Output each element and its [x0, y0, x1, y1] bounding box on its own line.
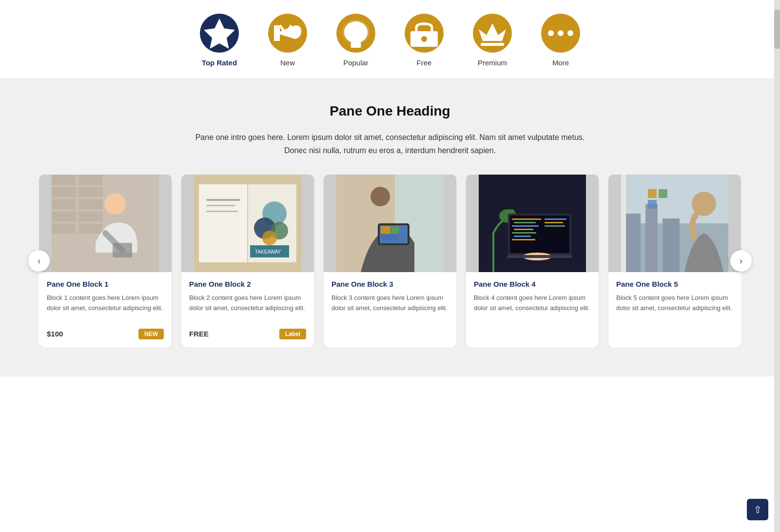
content-area: Pane One Heading Pane one intro goes her…: [0, 79, 780, 376]
svg-rect-18: [52, 211, 76, 222]
svg-point-7: [558, 30, 564, 36]
svg-rect-19: [78, 211, 103, 222]
popular-icon: [336, 14, 375, 53]
more-icon: [541, 14, 580, 53]
card-block-3[interactable]: Pane One Block 3Block 3 content goes her…: [324, 175, 456, 347]
nav-tab-more-label: More: [552, 59, 569, 67]
svg-marker-0: [204, 19, 235, 49]
svg-rect-54: [512, 232, 536, 234]
scrollbar[interactable]: [774, 0, 780, 376]
svg-rect-16: [52, 199, 76, 210]
card-block-2[interactable]: TAKEAWAY Pane One Block 2Block 2 content…: [181, 175, 314, 347]
card-title-block-2: Pane One Block 2: [189, 280, 306, 288]
svg-rect-21: [78, 223, 103, 234]
top-rated-icon: [200, 14, 239, 53]
card-block-1[interactable]: Pane One Block 1Block 1 content goes her…: [39, 175, 172, 347]
svg-point-8: [567, 30, 573, 36]
svg-rect-68: [621, 175, 626, 272]
svg-rect-32: [206, 199, 240, 201]
svg-rect-57: [545, 218, 566, 220]
svg-rect-14: [52, 187, 76, 197]
svg-rect-15: [78, 187, 103, 197]
svg-rect-43: [381, 226, 390, 234]
svg-rect-65: [626, 214, 641, 272]
nav-tab-top-rated-label: Top Rated: [202, 59, 237, 67]
svg-point-31: [262, 231, 277, 245]
card-footer-block-2: FREELabel: [181, 323, 314, 347]
svg-text:TAKEAWAY: TAKEAWAY: [255, 249, 281, 255]
card-image-block-3: [324, 175, 456, 272]
card-title-block-4: Pane One Block 4: [474, 280, 591, 288]
svg-rect-17: [78, 199, 103, 210]
nav-tab-free[interactable]: Free: [405, 14, 444, 67]
card-image-block-2: TAKEAWAY: [181, 175, 314, 272]
card-text-block-3: Block 3 content goes here Lorem ipsum do…: [332, 293, 448, 337]
card-image-block-1: [39, 175, 172, 272]
card-price-block-2: FREE: [189, 330, 209, 338]
card-text-block-1: Block 1 content goes here Lorem ipsum do…: [47, 293, 164, 313]
svg-rect-58: [545, 222, 563, 223]
svg-rect-23: [113, 243, 132, 257]
svg-rect-70: [648, 189, 657, 198]
card-block-4[interactable]: Pane One Block 4Block 4 content goes her…: [466, 175, 599, 347]
svg-rect-25: [199, 184, 248, 262]
card-title-block-5: Pane One Block 5: [616, 280, 733, 288]
svg-rect-12: [52, 175, 76, 185]
carousel: ‹ Pane One Block 1Block 1 content goes h…: [39, 175, 741, 347]
svg-point-22: [104, 193, 126, 215]
svg-rect-61: [507, 255, 572, 258]
svg-point-6: [548, 30, 554, 36]
nav-tab-popular[interactable]: Popular: [336, 14, 375, 67]
svg-rect-71: [659, 189, 667, 198]
carousel-left-arrow[interactable]: ‹: [28, 250, 50, 272]
card-footer-block-1: $100NEW: [39, 323, 172, 347]
svg-rect-59: [545, 225, 565, 227]
nav-tab-new-label: New: [280, 59, 295, 67]
svg-rect-2: [351, 46, 361, 48]
svg-rect-49: [510, 216, 569, 253]
nav-tab-premium-label: Premium: [478, 59, 507, 67]
free-icon: [405, 14, 444, 53]
nav-tab-free-label: Free: [417, 59, 432, 67]
card-badge-block-1: NEW: [138, 329, 164, 339]
card-block-5[interactable]: Pane One Block 5Block 5 content goes her…: [608, 175, 741, 347]
svg-point-4: [421, 36, 427, 42]
svg-rect-66: [645, 204, 658, 272]
svg-rect-72: [648, 200, 657, 209]
svg-rect-51: [514, 222, 536, 223]
svg-rect-53: [514, 229, 533, 230]
pane-heading: Pane One Heading: [39, 103, 741, 119]
nav-tab-top-rated[interactable]: Top Rated: [200, 14, 239, 67]
carousel-right-arrow[interactable]: ›: [730, 250, 752, 272]
card-image-block-5: [608, 175, 741, 272]
premium-icon: [473, 14, 512, 53]
pane-intro: Pane one intro goes here. Lorem ipsum do…: [190, 131, 590, 157]
svg-rect-52: [512, 225, 539, 227]
card-text-block-2: Block 2 content goes here Lorem ipsum do…: [189, 293, 306, 313]
svg-rect-34: [206, 211, 238, 212]
card-price-block-1: $100: [47, 330, 63, 338]
card-text-block-4: Block 4 content goes here Lorem ipsum do…: [474, 293, 591, 337]
category-nav: Top RatedNewPopularFreePremiumMore: [0, 0, 780, 79]
svg-rect-13: [78, 175, 103, 185]
svg-rect-56: [512, 239, 535, 240]
nav-tab-more[interactable]: More: [541, 14, 580, 67]
svg-rect-1: [274, 25, 280, 41]
card-text-block-5: Block 5 content goes here Lorem ipsum do…: [616, 293, 733, 337]
svg-rect-45: [381, 235, 399, 240]
svg-rect-5: [481, 43, 504, 46]
new-icon: [268, 14, 307, 53]
card-image-block-4: [466, 175, 599, 272]
nav-tab-new[interactable]: New: [268, 14, 307, 67]
svg-rect-67: [663, 218, 680, 272]
nav-tab-popular-label: Popular: [343, 59, 369, 67]
cards-row: Pane One Block 1Block 1 content goes her…: [39, 175, 741, 347]
svg-rect-33: [206, 205, 235, 206]
card-title-block-3: Pane One Block 3: [332, 280, 448, 288]
scrollbar-thumb[interactable]: [774, 10, 780, 49]
svg-point-40: [370, 187, 390, 206]
svg-rect-20: [52, 223, 76, 234]
nav-tab-premium[interactable]: Premium: [473, 14, 512, 67]
svg-rect-44: [391, 226, 399, 234]
card-title-block-1: Pane One Block 1: [47, 280, 164, 288]
